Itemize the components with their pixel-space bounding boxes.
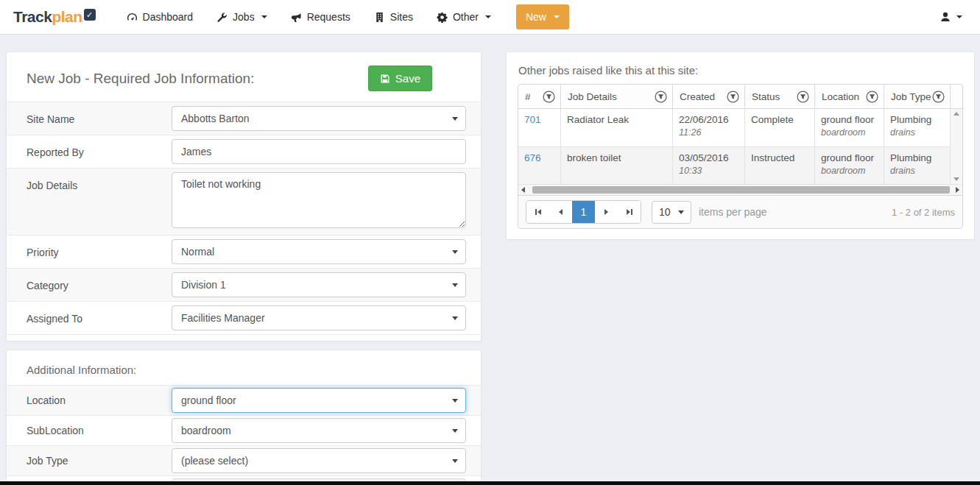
form-row-job-type: Job Type (please select) [7, 446, 481, 476]
megaphone-icon [291, 12, 302, 23]
scroll-right-icon[interactable] [956, 187, 959, 193]
job-id-link[interactable]: 701 [524, 114, 541, 125]
job-type-select[interactable]: (please select) [172, 448, 466, 473]
user-menu[interactable] [935, 11, 967, 23]
nav-label-requests: Requests [307, 11, 350, 23]
sublocation-label: SubLocation [27, 418, 172, 436]
category-select[interactable]: Division 1 [172, 272, 466, 297]
scroll-up-icon[interactable] [953, 112, 959, 116]
status-cell: Complete [744, 109, 814, 146]
priority-select[interactable]: Normal [172, 239, 466, 264]
horizontal-scrollbar[interactable] [518, 184, 962, 195]
save-icon [380, 74, 390, 84]
assigned-to-label: Assigned To [27, 305, 172, 325]
nav-item-dashboard[interactable]: Dashboard [115, 0, 205, 35]
previous-page-button[interactable] [549, 201, 572, 223]
chevron-down-icon [554, 15, 560, 18]
gear-icon [437, 12, 448, 23]
scroll-left-icon[interactable] [521, 187, 525, 193]
job-type-cell: Plumbing drains [884, 109, 950, 146]
brand-text-plan: plan [52, 8, 82, 26]
form-row-site-name: Site Name Abbotts Barton [7, 102, 481, 135]
scrollbar-thumb[interactable] [532, 186, 950, 194]
items-per-page-label: items per page [699, 206, 767, 218]
pager-summary: 1 - 2 of 2 items [892, 207, 955, 218]
trackplan-logo[interactable]: Trackplan ✓ [13, 8, 96, 26]
nav-item-requests[interactable]: Requests [279, 0, 362, 35]
status-cell: Instructed [744, 147, 814, 184]
pager-button-group: 1 [526, 200, 641, 224]
save-button[interactable]: Save [368, 66, 432, 91]
filter-icon[interactable] [543, 91, 555, 103]
nav-label-other: Other [453, 11, 479, 23]
job-details-textarea[interactable]: Toilet not working [172, 172, 466, 228]
form-row-location: Location ground floor [7, 386, 481, 416]
site-name-select[interactable]: Abbotts Barton [172, 106, 466, 131]
chevron-down-icon [261, 15, 267, 18]
nav-item-jobs[interactable]: Jobs [205, 0, 279, 35]
grid-header-scrollbar-spacer [950, 85, 962, 108]
grid-pager: 1 10 items per page 1 - 2 of 2 items [518, 195, 962, 228]
chevron-down-icon [485, 15, 491, 18]
dashboard-icon [127, 12, 138, 23]
scroll-down-icon[interactable] [953, 177, 959, 181]
next-page-button[interactable] [595, 201, 618, 223]
column-header-status[interactable]: Status [744, 85, 814, 108]
building-icon [374, 12, 385, 23]
other-jobs-panel: Other jobs raised like this at this site… [506, 52, 975, 240]
table-row[interactable]: 676 broken toilet 03/05/2016 10:33 Instr… [518, 146, 950, 184]
required-job-panel: New Job - Required Job Information: Save… [6, 52, 482, 341]
nav-label-sites: Sites [390, 11, 413, 23]
created-cell: 22/06/2016 11:26 [672, 109, 744, 146]
last-page-button[interactable] [618, 201, 641, 223]
location-select[interactable]: ground floor [172, 388, 466, 413]
grid-header-row: # Job Details Created Status Location Jo… [518, 85, 962, 109]
table-row[interactable]: 701 Radiator Leak 22/06/2016 11:26 Compl… [518, 109, 950, 146]
filter-icon[interactable] [727, 91, 739, 103]
column-header-id[interactable]: # [518, 85, 560, 108]
filter-icon[interactable] [655, 91, 667, 103]
job-type-cell: Plumbing drains [884, 147, 950, 184]
user-icon [940, 11, 951, 23]
wrench-icon [216, 12, 228, 23]
nav-item-sites[interactable]: Sites [362, 0, 425, 35]
new-button[interactable]: New [516, 4, 569, 29]
page-size-select[interactable]: 10 [652, 201, 691, 224]
job-details-cell: Radiator Leak [560, 109, 672, 146]
save-button-label: Save [395, 72, 420, 85]
other-jobs-grid: # Job Details Created Status Location Jo… [518, 84, 963, 229]
location-cell: ground floor boardroom [814, 109, 884, 146]
job-type-label: Job Type [27, 448, 172, 467]
vertical-scrollbar[interactable] [950, 109, 962, 184]
page-number-button[interactable]: 1 [572, 201, 595, 223]
created-cell: 03/05/2016 10:33 [672, 147, 744, 184]
additional-info-panel: Additional Information: Location ground … [6, 350, 482, 485]
required-job-title: New Job - Required Job Information: [27, 71, 254, 87]
filter-icon[interactable] [866, 91, 878, 103]
chevron-down-icon [956, 15, 962, 18]
form-row-sublocation: SubLocation boardroom [7, 416, 481, 446]
column-header-location[interactable]: Location [814, 85, 884, 108]
nav-label-dashboard: Dashboard [143, 11, 194, 23]
assigned-to-select[interactable]: Facilities Manager [172, 305, 466, 330]
nav-label-jobs: Jobs [233, 11, 255, 23]
first-page-button[interactable] [526, 201, 549, 223]
nav-item-other[interactable]: Other [425, 0, 503, 35]
filter-icon[interactable] [932, 91, 945, 103]
reported-by-input[interactable] [172, 139, 466, 164]
form-row-reported-by: Reported By [7, 135, 481, 169]
additional-info-title: Additional Information: [27, 364, 136, 376]
column-header-created[interactable]: Created [672, 85, 744, 108]
column-header-job-details[interactable]: Job Details [560, 85, 672, 108]
location-label: Location [27, 388, 172, 406]
brand-check-icon: ✓ [84, 9, 96, 21]
other-jobs-title: Other jobs raised like this at this site… [518, 64, 698, 77]
job-id-link[interactable]: 676 [524, 152, 541, 163]
form-row-job-details: Job Details Toilet not working [7, 169, 481, 236]
category-label: Category [27, 272, 172, 291]
bottom-edge-bar [0, 481, 980, 485]
job-details-label: Job Details [27, 172, 172, 191]
column-header-job-type[interactable]: Job Type [884, 85, 950, 108]
sublocation-select[interactable]: boardroom [172, 418, 466, 443]
filter-icon[interactable] [797, 91, 809, 103]
